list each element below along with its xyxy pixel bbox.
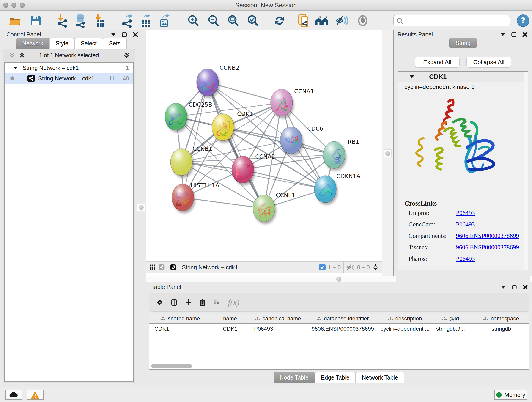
- preview-button[interactable]: [355, 13, 370, 28]
- selected-checkbox-icon[interactable]: [319, 264, 326, 271]
- graph-node-CCNB1[interactable]: CCNB1: [171, 146, 212, 178]
- graph-node-CDKN1A[interactable]: CDKN1A: [314, 173, 360, 205]
- column-header-namespace[interactable]: namespace: [469, 314, 529, 323]
- graph-node-CDK1[interactable]: CDK1: [212, 110, 253, 143]
- column-header-description[interactable]: description: [378, 314, 432, 323]
- tab-select[interactable]: Select: [75, 38, 103, 49]
- column-header-shared-name[interactable]: shared name: [149, 314, 211, 323]
- tab-style[interactable]: Style: [50, 38, 75, 49]
- home-pages-button[interactable]: [315, 13, 329, 28]
- results-tab-string[interactable]: String: [449, 38, 476, 48]
- cell-canonical-name[interactable]: P06493: [249, 324, 307, 334]
- cell-shared-name[interactable]: CDK1: [149, 324, 211, 334]
- delete-column-trash-icon[interactable]: [200, 299, 206, 305]
- crosslink-link[interactable]: P06493: [456, 255, 475, 262]
- warning-status-button[interactable]: [27, 390, 44, 400]
- expand-all-button[interactable]: Expand All: [415, 57, 460, 68]
- collapse-all-button[interactable]: Collapse All: [467, 57, 511, 68]
- cell-description[interactable]: cyclin–dependent ...: [378, 324, 432, 334]
- network-options-gear-icon[interactable]: [124, 52, 130, 58]
- tab-sets[interactable]: Sets: [103, 38, 127, 49]
- table-row[interactable]: CDK1CDK1P064939606.ENSP00000378699cyclin…: [149, 324, 529, 334]
- network-graph-canvas[interactable]: CCNB2CCNA1CDC25BCDK1CDC6RB1CCNB1CCNA2CDK…: [146, 30, 382, 261]
- open-session-button[interactable]: [8, 13, 22, 28]
- tab-network-table[interactable]: Network Table: [355, 372, 404, 383]
- create-column-icon[interactable]: [185, 299, 191, 305]
- graph-node-CCNB2[interactable]: CCNB2: [196, 64, 239, 98]
- tab-node-table[interactable]: Node Table: [273, 372, 315, 383]
- cell-@id[interactable]: stringdb:9...: [432, 324, 469, 334]
- open-in-window-icon[interactable]: [170, 264, 176, 270]
- delete-table-icon[interactable]: [214, 299, 220, 305]
- network-from-clipboard-button[interactable]: [297, 13, 311, 28]
- crosslink-link[interactable]: 9606.ENSP00000378699: [456, 244, 519, 251]
- tab-network[interactable]: Network: [16, 38, 50, 49]
- birds-eye-view-icon[interactable]: [373, 264, 379, 270]
- graph-node-CDC25B[interactable]: CDC25B: [165, 101, 212, 133]
- column-header-canonical-name[interactable]: canonical name: [249, 314, 307, 323]
- column-header-name[interactable]: name: [211, 314, 249, 323]
- function-builder-icon[interactable]: f(x): [228, 298, 239, 307]
- zoom-out-button[interactable]: [206, 13, 220, 28]
- cell-name[interactable]: CDK1: [211, 324, 249, 334]
- panel-close-icon[interactable]: [522, 32, 528, 38]
- import-table-from-file-button[interactable]: [93, 13, 107, 28]
- panel-float-icon[interactable]: [511, 32, 517, 38]
- left-splitter-knob[interactable]: [137, 204, 145, 211]
- zoom-selected-button[interactable]: [246, 13, 260, 28]
- network-collection-row[interactable]: String Network – cdk1 1: [5, 63, 133, 73]
- export-image-button[interactable]: [157, 13, 171, 28]
- show-columns-icon[interactable]: [171, 299, 177, 305]
- panel-float-icon[interactable]: [511, 284, 517, 290]
- network-row[interactable]: String Network – cdk1 11 48: [5, 73, 133, 84]
- gene-section-header[interactable]: CDK1: [399, 72, 528, 82]
- cell-namespace[interactable]: stringdb: [469, 324, 529, 334]
- import-network-from-database-button[interactable]: [73, 13, 88, 28]
- column-header-database-identifier[interactable]: database identifier: [307, 314, 378, 323]
- table-options-gear-icon[interactable]: [157, 299, 163, 305]
- export-network-button[interactable]: [120, 13, 134, 28]
- panel-menu-icon[interactable]: [500, 284, 506, 290]
- collapse-triangle-icon[interactable]: [409, 75, 414, 78]
- memory-button[interactable]: Memory: [494, 390, 527, 400]
- export-table-button[interactable]: [139, 13, 153, 28]
- export-network-icon: [120, 13, 134, 28]
- graph-edge-CCNB2-CCNE1[interactable]: [208, 82, 264, 208]
- column-header-@id[interactable]: @id: [432, 314, 469, 323]
- graph-edge-CCNB2-HIST1H1A[interactable]: [183, 82, 208, 198]
- grid-view-icon[interactable]: [149, 264, 155, 270]
- panel-float-icon[interactable]: [121, 32, 127, 38]
- right-splitter[interactable]: [382, 30, 394, 276]
- crosslink-link[interactable]: 9606.ENSP00000378699: [456, 232, 519, 240]
- help-button[interactable]: ?: [516, 13, 530, 28]
- hide-unhide-button[interactable]: [335, 13, 349, 28]
- crosslink-link[interactable]: P06493: [456, 221, 475, 228]
- search-input[interactable]: [405, 16, 506, 25]
- graph-edge-CCNA2-CDKN1A[interactable]: [243, 170, 325, 189]
- graph-node-CCNE1[interactable]: CCNE1: [253, 192, 295, 224]
- crosslink-link[interactable]: P06493: [456, 210, 475, 217]
- panel-close-icon[interactable]: [522, 284, 528, 290]
- zoom-in-button[interactable]: [186, 13, 200, 28]
- fit-content-button[interactable]: [226, 13, 240, 28]
- tab-edge-table[interactable]: Edge Table: [315, 372, 356, 383]
- collapse-triangle-icon[interactable]: [13, 66, 18, 70]
- graph-node-CDC6[interactable]: CDC6: [280, 125, 323, 156]
- table-horizontal-scrollbar[interactable]: [151, 364, 192, 368]
- network-view[interactable]: CCNB2CCNA1CDC25BCDK1CDC6RB1CCNB1CCNA2CDK…: [146, 30, 382, 276]
- network-share-icon[interactable]: [158, 264, 165, 270]
- graph-node-RB1[interactable]: RB1: [323, 139, 359, 171]
- save-session-button[interactable]: [28, 13, 43, 28]
- cloud-status-button[interactable]: [6, 390, 22, 400]
- panel-menu-icon[interactable]: [500, 32, 506, 38]
- import-network-from-file-button[interactable]: [56, 13, 70, 28]
- right-splitter-knob[interactable]: [384, 149, 392, 157]
- refresh-button[interactable]: [272, 13, 287, 28]
- panel-menu-icon[interactable]: [110, 32, 116, 38]
- horizontal-splitter-knob[interactable]: [335, 275, 343, 283]
- left-splitter[interactable]: [137, 30, 146, 385]
- hidden-eye-slash-icon[interactable]: [346, 264, 355, 271]
- graph-node-HIST1H1A[interactable]: HIST1H1A: [172, 182, 219, 213]
- cell-database-identifier[interactable]: 9606.ENSP00000378699: [307, 324, 378, 334]
- results-scrollbar[interactable]: [524, 72, 528, 270]
